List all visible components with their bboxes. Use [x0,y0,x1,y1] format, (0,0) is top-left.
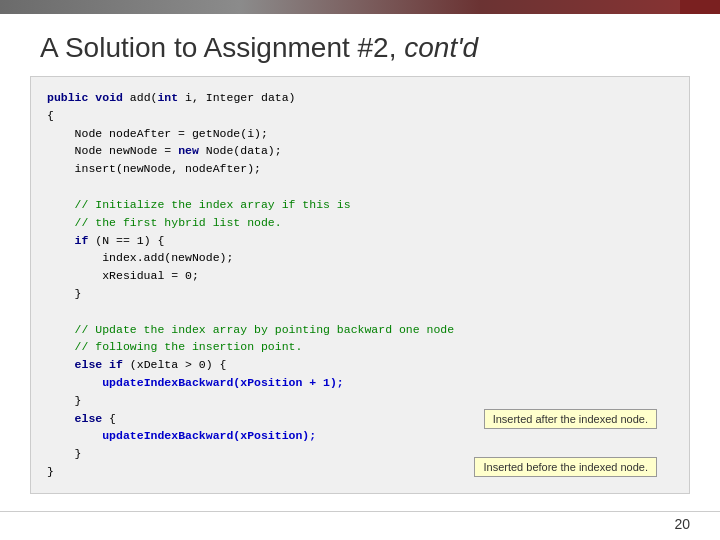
page-number: 20 [674,516,690,532]
top-decorative-bar [0,0,720,14]
tooltip-before: Inserted before the indexed node. [474,457,657,477]
title-area: A Solution to Assignment #2, cont'd [0,14,720,76]
code-container: public void add(int i, Integer data) { N… [30,76,690,494]
title-text: A Solution to Assignment #2, [40,32,396,63]
slide-title: A Solution to Assignment #2, cont'd [40,32,680,64]
tooltip-after-text: Inserted after the indexed node. [493,413,648,425]
bottom-divider [0,511,720,512]
title-italic: cont'd [404,32,478,63]
tooltip-before-text: Inserted before the indexed node. [483,461,648,473]
top-bar-accent [680,0,720,14]
tooltip-after: Inserted after the indexed node. [484,409,657,429]
